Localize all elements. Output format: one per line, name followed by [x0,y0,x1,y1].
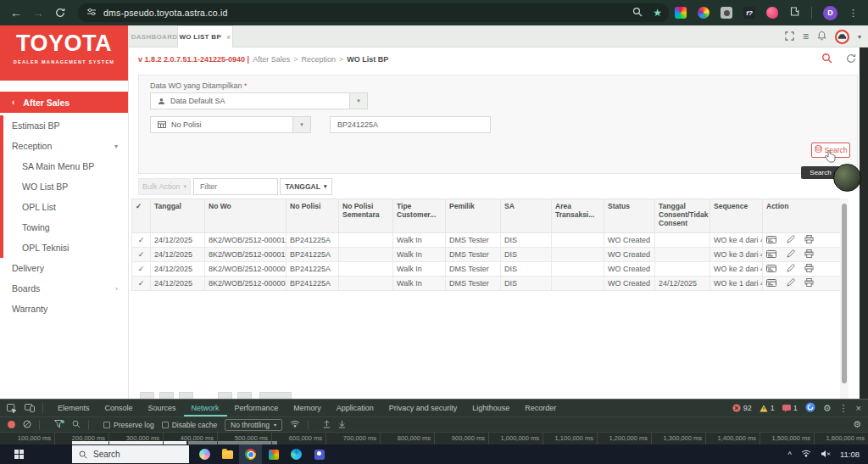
chevron-down-icon[interactable]: ▾ [292,117,310,132]
devtools-tab-recorder[interactable]: Recorder [517,400,564,416]
import-har-icon[interactable] [323,420,331,430]
back-icon[interactable]: ← [7,0,25,25]
bookmark-star-icon[interactable]: ★ [653,7,662,19]
display-data-select[interactable]: Data Default SA ▾ [150,92,368,109]
pagination-button[interactable] [179,392,193,399]
devtools-tab-performance[interactable]: Performance [227,400,287,416]
device-toolbar-icon[interactable] [25,404,35,412]
breadcrumb-segment[interactable]: After Sales [253,55,290,64]
copilot-app-icon[interactable] [193,444,216,464]
tray-expand-icon[interactable]: ^ [787,450,791,459]
clear-network-icon[interactable] [23,420,31,430]
pagination-button[interactable] [259,392,292,399]
chevron-down-icon[interactable]: ▾ [349,93,367,109]
table-row[interactable]: ✓ 24/12/2025 8K2/WOB/2512-000009 BP24122… [132,262,841,277]
edit-icon[interactable] [787,278,795,288]
sidebar-item-reception[interactable]: Reception▾ [0,136,128,156]
sidebar-item-towing[interactable]: Towing [0,217,128,238]
sidebar-item-opl-list[interactable]: OPL List [0,197,128,217]
inspect-element-icon[interactable] [7,404,17,413]
table-row[interactable]: ✓ 24/12/2025 8K2/WOB/2512-000010 BP24122… [132,248,841,262]
zoom-icon[interactable] [632,5,643,20]
pagination-button[interactable] [237,392,252,399]
column-header[interactable]: SA [501,199,552,233]
column-header[interactable]: Tanggal [151,199,205,233]
network-timeline-ruler[interactable]: 100,000 ms200,000 ms300,000 ms400,000 ms… [0,432,868,444]
fullscreen-icon[interactable] [785,29,794,44]
chrome-app-icon[interactable] [239,444,262,464]
site-settings-icon[interactable] [86,5,97,20]
devtools-close-icon[interactable]: × [856,403,861,413]
column-header[interactable]: Area Transaksi... [552,199,604,233]
bulk-action-button[interactable]: Bulk Action ▾ [138,178,191,195]
search-network-icon[interactable] [72,420,81,430]
table-row[interactable]: ✓ 24/12/2025 8K2/WOB/2512-000008 BP24122… [132,277,841,291]
pagination-button[interactable] [218,392,232,399]
column-header[interactable]: No Wo [205,199,287,233]
file-explorer-app-icon[interactable] [216,444,239,464]
column-header[interactable]: Sequence [710,199,763,233]
sidebar-item-delivery[interactable]: Delivery [0,258,128,278]
forward-icon[interactable]: → [29,0,47,25]
devtools-tab-sources[interactable]: Sources [141,400,184,416]
sidebar-item-estimasi-bp[interactable]: Estimasi BP [0,115,128,136]
column-header[interactable]: Tipe Customer... [393,199,446,233]
screenshot-extension-icon[interactable] [721,7,732,19]
refresh-icon[interactable] [846,52,856,67]
extension-icon[interactable] [675,7,687,19]
extensions-puzzle-icon[interactable] [789,5,800,20]
browser-menu-icon[interactable]: ⋮ [849,8,858,19]
row-checkbox[interactable]: ✓ [132,233,151,248]
filter-funnel-icon[interactable] [54,420,64,430]
global-search-icon[interactable] [821,52,832,67]
print-icon[interactable] [804,278,814,288]
row-checkbox[interactable]: ✓ [132,248,151,262]
sync-icon[interactable] [805,400,815,416]
select-all-checkbox[interactable]: ✓ [132,199,151,233]
chevron-down-icon[interactable]: ▾ [858,33,861,41]
devtools-menu-icon[interactable]: ⋮ [839,403,849,414]
devtools-settings-icon[interactable]: ⚙ [823,403,832,414]
sidebar-item-boards[interactable]: Boards› [0,278,128,299]
throttling-select[interactable]: No throttling ▾ [225,419,282,431]
extension-icon[interactable] [698,7,709,19]
detail-icon[interactable] [766,279,776,288]
issue-count-badge[interactable]: 1 [782,404,798,412]
column-header[interactable]: Tanggal Consent/Tidak Consent [655,199,710,233]
devtools-tab-application[interactable]: Application [329,400,381,416]
table-scrollbar-thumb[interactable] [842,204,847,383]
error-count-badge[interactable]: 92 [732,404,752,412]
detail-icon[interactable] [766,236,776,245]
column-header[interactable]: No Polisi Sementara [339,199,393,233]
pagination-button[interactable] [159,392,174,399]
wifi-icon[interactable] [801,450,811,459]
export-har-icon[interactable] [338,420,346,430]
edit-icon[interactable] [787,235,795,245]
table-filter-input[interactable] [193,178,278,195]
extension-icon[interactable] [766,7,778,19]
column-header[interactable]: Status [604,199,655,233]
edge-app-icon[interactable] [285,444,308,464]
devtools-tab-lighthouse[interactable]: Lighthouse [465,400,517,416]
breadcrumb-segment[interactable]: Reception [301,55,336,64]
photos-app-icon[interactable] [262,444,285,464]
column-header[interactable]: Pemilik [446,199,501,233]
column-header[interactable]: Action [763,199,841,233]
fonts-extension-icon[interactable]: f? [743,7,755,19]
taskbar-search[interactable]: Search [72,445,189,463]
record-network-icon[interactable] [8,421,15,428]
devtools-tab-console[interactable]: Console [97,400,141,416]
warning-count-badge[interactable]: 1 [760,404,775,412]
devtools-tab-privacy[interactable]: Privacy and security [381,400,465,416]
notifications-bell-icon[interactable] [817,29,826,44]
detail-icon[interactable] [766,250,776,260]
row-checkbox[interactable]: ✓ [132,262,151,277]
sidebar-item-wo-list-bp[interactable]: WO List BP [0,176,128,197]
close-tab-icon[interactable]: × [226,33,231,42]
teams-app-icon[interactable] [308,444,331,464]
search-criteria-select[interactable]: No Polisi ▾ [150,116,311,133]
print-icon[interactable] [804,249,814,260]
devtools-tab-elements[interactable]: Elements [50,400,97,416]
reload-icon[interactable] [51,0,70,25]
start-button[interactable] [0,444,37,464]
